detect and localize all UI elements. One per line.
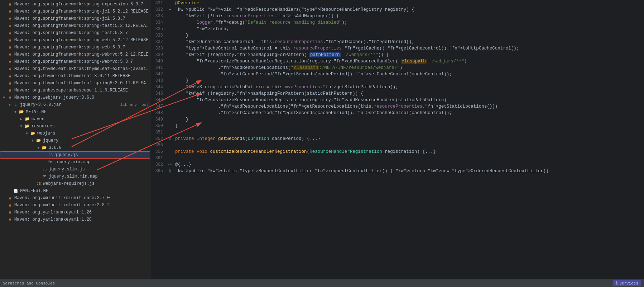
tree-item-maven-thymeleaf-spring5[interactable]: ▣Maven: org.thymeleaf:thymeleaf-spring5:… bbox=[0, 80, 150, 87]
tree-item-manifest[interactable]: 📄MANIFEST.MF bbox=[0, 187, 150, 194]
tree-icon: 📂 bbox=[19, 109, 24, 115]
tree-item-label: jquery.slim.min.map bbox=[49, 174, 149, 179]
tree-item-maven-spring-webmvc[interactable]: ▣Maven: org.springframework:spring-webmv… bbox=[0, 58, 150, 65]
code-line-333: 333 "kw">if (!this.resourceProperties."f… bbox=[150, 13, 644, 19]
line-number: 350 bbox=[150, 123, 167, 129]
tree-icon: 🗺 bbox=[42, 174, 47, 179]
tree-item-version-folder[interactable]: 📂3.6.0 bbox=[0, 144, 150, 151]
tree-arrow bbox=[9, 103, 13, 107]
tree-item-maven-spring-test-release[interactable]: ▣Maven: org.springframework:spring-test:… bbox=[0, 22, 150, 29]
tree-item-maven-folder[interactable]: 📁maven bbox=[0, 116, 150, 123]
tree-item-maven-snakeyaml-126[interactable]: ▣Maven: org.yaml:snakeyaml:1.26 bbox=[0, 209, 150, 216]
code-lines: 331@Override332●"kw">public "kw">void "f… bbox=[150, 0, 644, 174]
tree-item-maven-thymeleaf[interactable]: ▣Maven: org.thymeleaf:thymeleaf:3.0.11.R… bbox=[0, 72, 150, 80]
tree-item-label: jquery.js bbox=[55, 152, 148, 157]
tree-icon: ▣ bbox=[7, 73, 13, 79]
tree-arrow bbox=[3, 96, 7, 100]
tree-item-jquery-folder[interactable]: 📂jquery bbox=[0, 137, 150, 144]
tree-arrow bbox=[20, 117, 24, 121]
line-content: ."fn">addResourceLocations("classpath:/M… bbox=[174, 65, 644, 71]
tree-icon: 📂 bbox=[30, 131, 36, 136]
services-button[interactable]: ℹ Services bbox=[613, 280, 641, 286]
line-gutter: ● bbox=[167, 6, 174, 13]
code-line-349: 349 } bbox=[150, 116, 644, 123]
bottom-left: Scratches and Consoles bbox=[3, 281, 55, 286]
tree-icon: ▣ bbox=[7, 80, 13, 86]
scratches-consoles-label[interactable]: Scratches and Consoles bbox=[3, 281, 55, 286]
code-line-336: 336 } bbox=[150, 32, 644, 39]
line-number: 361 bbox=[150, 155, 167, 161]
tree-item-label: maven bbox=[32, 117, 149, 122]
tree-item-jquery-jar[interactable]: ☕jquery-3.6.0.jar library root bbox=[0, 101, 150, 108]
line-content: "kw">public "kw">void "fn">addResourceHa… bbox=[174, 6, 644, 13]
tree-item-label: Maven: org.springframework:spring-jcl:5.… bbox=[14, 9, 149, 14]
line-content: } bbox=[174, 116, 644, 123]
tree-item-maven-spring-webmvc-release[interactable]: ▣Maven: org.springframework:spring-webmv… bbox=[0, 51, 150, 58]
line-content: @{...} bbox=[174, 161, 644, 168]
line-content: "fn">customizeResourceHandlerRegistratio… bbox=[174, 97, 644, 103]
tree-item-label: Maven: org.springframework:spring-test:5… bbox=[14, 30, 149, 36]
tree-item-webjars-requirejs[interactable]: JSwebjars-requirejs.js bbox=[0, 180, 150, 187]
code-editor[interactable]: 331@Override332●"kw">public "kw">void "f… bbox=[150, 0, 644, 279]
tree-item-maven-thymeleaf-extras[interactable]: ▣Maven: org.thymeleaf.extras:thymeleaf-e… bbox=[0, 65, 150, 72]
tree-item-jquery-slim-js[interactable]: JSjquery.slim.js bbox=[0, 166, 150, 173]
tree-item-maven-xmlunit-core-28[interactable]: ▣Maven: org.xmlunit:xmlunit-core:2.8.2 bbox=[0, 202, 150, 209]
info-icon: ℹ bbox=[616, 281, 618, 286]
line-number: 338 bbox=[150, 45, 167, 52]
code-line-352: 352@private Integer getSeconds(Duration … bbox=[150, 136, 644, 142]
tree-icon: ▣ bbox=[7, 95, 13, 100]
tree-item-label: Maven: org.springframework:spring-webmvc… bbox=[14, 52, 149, 57]
tree-icon: ▣ bbox=[7, 9, 13, 14]
code-line-346: 346 "fn">customizeResourceHandlerRegistr… bbox=[150, 97, 644, 103]
tree-item-label: resources bbox=[32, 124, 149, 129]
line-number: 333 bbox=[150, 13, 167, 19]
tree-item-maven-unescape[interactable]: ▣Maven: org.unbescape:unbescape:1.1.6.RE… bbox=[0, 87, 150, 94]
line-number: 332 bbox=[150, 6, 167, 13]
tree-arrow bbox=[26, 132, 30, 136]
tree-item-maven-spring-web-release[interactable]: ▣Maven: org.springframework:spring-web:5… bbox=[0, 37, 150, 44]
tree-item-label: Maven: org.springframework:spring-web:5.… bbox=[14, 45, 149, 50]
code-line-351: 351 bbox=[150, 129, 644, 136]
tree-item-label: jquery-3.6.0.jar bbox=[20, 102, 120, 107]
tree-item-jquery-js[interactable]: JSjquery.js bbox=[0, 151, 150, 159]
line-number: 337 bbox=[150, 39, 167, 45]
tree-item-label: Maven: org.springframework:spring-jcl:5.… bbox=[14, 16, 149, 21]
tree-icon: ☕ bbox=[13, 102, 19, 108]
line-content: } bbox=[174, 123, 644, 129]
bottom-bar: Scratches and Consoles ℹ Services bbox=[0, 279, 644, 287]
tree-item-maven-spring-jcl[interactable]: ▣Maven: org.springframework:spring-jcl:5… bbox=[0, 15, 150, 22]
tree-item-label: Maven: org.xmlunit:xmlunit-core:2.7.0 bbox=[14, 196, 149, 201]
tree-item-maven-xmlunit-core-27[interactable]: ▣Maven: org.xmlunit:xmlunit-core:2.7.0 bbox=[0, 194, 150, 202]
tree-item-maven-jquery[interactable]: ▣Maven: org.webjars:jquery:3.6.0 bbox=[0, 94, 150, 101]
tree-item-maven-spring-web[interactable]: ▣Maven: org.springframework:spring-web:5… bbox=[0, 44, 150, 51]
tree-item-maven-snakeyaml-128[interactable]: ▣Maven: org.yaml:snakeyaml:1.28 bbox=[0, 216, 150, 223]
line-content: logger."fn">debug("Default resource hand… bbox=[174, 19, 644, 26]
tree-item-label: Maven: org.webjars:jquery:3.6.0 bbox=[14, 95, 149, 100]
tree-item-label: Maven: org.thymeleaf.extras:thymeleaf-ex… bbox=[14, 66, 149, 71]
tree-item-maven-spring-test[interactable]: ▣Maven: org.springframework:spring-test:… bbox=[0, 29, 150, 37]
line-content: } bbox=[174, 32, 644, 39]
tree-item-label: Maven: org.thymeleaf:thymeleaf-spring5:3… bbox=[14, 81, 149, 86]
tree-item-resources-folder[interactable]: 📂resources bbox=[0, 123, 150, 130]
tree-item-label: jquery.slim.js bbox=[49, 167, 149, 172]
line-number: 362 bbox=[150, 161, 167, 168]
tree-item-label: jquery bbox=[43, 138, 149, 143]
tree-item-label: MANIFEST.MF bbox=[20, 188, 149, 193]
tree-icon: JS bbox=[42, 166, 47, 172]
code-line-344: 344 "kw">String staticPathPattern = this… bbox=[150, 84, 644, 90]
tree-item-meta-inf[interactable]: 📂META-INF bbox=[0, 108, 150, 116]
tree-item-maven-spring-expression[interactable]: ▣Maven: org.springframework:spring-expre… bbox=[0, 1, 150, 8]
tree-item-webjars-folder[interactable]: 📂webjars bbox=[0, 130, 150, 137]
line-content: } bbox=[174, 77, 644, 84]
line-number: 355 bbox=[150, 142, 167, 149]
line-content: "kw">if (!this.resourceProperties."fn">i… bbox=[174, 13, 644, 19]
tree-item-jquery-slim-min-map[interactable]: 🗺jquery.slim.min.map bbox=[0, 173, 150, 180]
tree-icon: 📁 bbox=[24, 116, 30, 122]
code-line-348: 348 ."fn">setCachePeriod("fn">getSeconds… bbox=[150, 110, 644, 116]
main-container: ▣Maven: org.springframework:spring-expre… bbox=[0, 0, 644, 279]
tree-icon: 📂 bbox=[24, 123, 30, 129]
line-content: "kw">public "kw">static "type">RequestCo… bbox=[174, 168, 644, 174]
tree-item-maven-spring-jcl-release[interactable]: ▣Maven: org.springframework:spring-jcl:5… bbox=[0, 8, 150, 15]
code-line-356: 356private void customizeResourceHandler… bbox=[150, 149, 644, 155]
tree-item-jquery-min-map[interactable]: 🗺jquery.min.map bbox=[0, 159, 150, 166]
